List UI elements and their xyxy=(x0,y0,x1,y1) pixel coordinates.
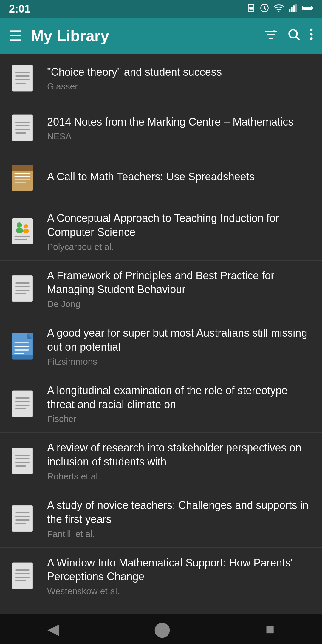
list-item[interactable]: A good year for super but most Australia… xyxy=(0,318,322,375)
svg-rect-9 xyxy=(312,7,313,9)
item-thumbnail xyxy=(9,330,39,363)
item-text: A review of research into stakeholder pe… xyxy=(47,441,313,482)
svg-rect-47 xyxy=(12,275,33,302)
item-thumbnail xyxy=(9,273,39,305)
svg-rect-82 xyxy=(12,563,33,589)
list-item[interactable]: A Framework of Principles and Best Pract… xyxy=(0,261,322,318)
item-author: Roberts et al. xyxy=(47,471,313,482)
svg-rect-5 xyxy=(291,7,293,12)
svg-line-14 xyxy=(274,30,275,32)
status-bar: 2:01 xyxy=(0,0,322,18)
list-item[interactable]: A Call to Math Teachers: Use Spreadsheet… xyxy=(0,153,322,203)
list-item[interactable]: 2014 Notes from the Marking Centre – Mat… xyxy=(0,103,322,153)
circle-arrow-icon xyxy=(260,4,269,15)
svg-rect-76 xyxy=(12,505,33,532)
more-options-button[interactable] xyxy=(309,28,313,44)
status-icons xyxy=(247,4,313,15)
item-title: A Conceptual Approach to Teaching Induct… xyxy=(47,211,313,239)
svg-rect-26 xyxy=(12,115,33,141)
back-button[interactable]: ◀ xyxy=(30,614,77,644)
list-item[interactable]: "Choice theory" and student success Glas… xyxy=(0,54,322,103)
app-bar: ☰ My Library xyxy=(0,18,322,54)
item-title: "Choice theory" and student success xyxy=(47,65,313,79)
item-text: A study of novice teachers: Challenges a… xyxy=(47,499,313,539)
svg-rect-6 xyxy=(293,5,295,12)
list-item[interactable]: A study of novice teachers: Challenges a… xyxy=(0,490,322,548)
svg-rect-7 xyxy=(295,4,297,12)
item-author: Fantilli et al. xyxy=(47,529,313,539)
list-item[interactable]: A Window Into Mathematical Support: How … xyxy=(0,548,322,605)
svg-rect-1 xyxy=(249,7,253,9)
recent-button[interactable]: ■ xyxy=(247,614,292,644)
item-thumbnail xyxy=(9,112,39,145)
svg-point-15 xyxy=(289,30,297,38)
wifi-icon xyxy=(274,4,284,14)
item-author: Fitzsimmons xyxy=(47,357,313,367)
item-title: A Window Into Mathematical Support: How … xyxy=(47,556,313,584)
sim-card-icon xyxy=(247,4,255,14)
item-title: A Framework of Principles and Best Pract… xyxy=(47,269,313,297)
svg-rect-10 xyxy=(303,7,311,10)
menu-button[interactable]: ☰ xyxy=(9,27,22,44)
item-text: A Call to Math Teachers: Use Spreadsheet… xyxy=(47,170,313,186)
svg-rect-70 xyxy=(12,448,33,474)
item-text: A longitudinal examination of the role o… xyxy=(47,384,313,424)
svg-line-16 xyxy=(296,37,300,40)
item-title: A study of novice teachers: Challenges a… xyxy=(47,499,313,527)
item-title: A longitudinal examination of the role o… xyxy=(47,384,313,412)
item-text: A Window Into Mathematical Support: How … xyxy=(47,556,313,597)
svg-point-17 xyxy=(310,28,312,31)
page-title: My Library xyxy=(31,27,255,45)
item-text: A good year for super but most Australia… xyxy=(47,326,313,367)
battery-icon xyxy=(302,4,313,14)
svg-rect-20 xyxy=(12,65,33,91)
status-time: 2:01 xyxy=(9,3,30,15)
svg-rect-4 xyxy=(289,9,290,12)
svg-rect-64 xyxy=(12,391,33,417)
svg-point-41 xyxy=(17,222,22,228)
svg-point-19 xyxy=(310,37,312,40)
item-author: De Jong xyxy=(47,299,313,309)
svg-rect-63 xyxy=(12,355,33,359)
signal-icon xyxy=(289,4,298,14)
nav-bar: ◀ ⬤ ■ xyxy=(0,614,322,644)
item-text: 2014 Notes from the Marking Centre – Mat… xyxy=(47,115,313,142)
list-item[interactable]: A longitudinal examination of the role o… xyxy=(0,375,322,433)
item-thumbnail xyxy=(9,215,39,248)
svg-point-44 xyxy=(23,229,29,233)
item-thumbnail xyxy=(9,388,39,420)
home-button[interactable]: ⬤ xyxy=(136,614,188,644)
item-text: A Conceptual Approach to Teaching Induct… xyxy=(47,211,313,252)
svg-point-43 xyxy=(24,224,28,228)
svg-point-3 xyxy=(278,11,279,12)
item-thumbnail xyxy=(9,560,39,592)
filter-button[interactable] xyxy=(264,28,278,44)
item-author: Glasser xyxy=(47,81,313,92)
item-title: A Call to Math Teachers: Use Spreadsheet… xyxy=(47,170,313,184)
item-text: A Framework of Principles and Best Pract… xyxy=(47,269,313,309)
list-item[interactable]: A review of research into stakeholder pe… xyxy=(0,433,322,490)
item-thumbnail xyxy=(9,502,39,535)
item-title: 2014 Notes from the Marking Centre – Mat… xyxy=(47,115,313,129)
svg-point-42 xyxy=(16,228,23,233)
item-thumbnail xyxy=(9,62,39,95)
item-title: A good year for super but most Australia… xyxy=(47,326,313,354)
item-thumbnail xyxy=(9,162,39,194)
item-title: A review of research into stakeholder pe… xyxy=(47,441,313,469)
svg-rect-35 xyxy=(12,165,33,169)
item-author: NESA xyxy=(47,131,313,141)
svg-point-18 xyxy=(310,33,312,35)
item-text: "Choice theory" and student success Glas… xyxy=(47,65,313,92)
list-item[interactable]: A Conceptual Approach to Teaching Induct… xyxy=(0,203,322,261)
item-author: Fischer xyxy=(47,414,313,424)
search-button[interactable] xyxy=(287,27,301,44)
item-author: Westenskow et al. xyxy=(47,586,313,596)
item-author: Polycarpou et al. xyxy=(47,242,313,252)
library-list: "Choice theory" and student success Glas… xyxy=(0,54,322,614)
item-thumbnail xyxy=(9,445,39,478)
